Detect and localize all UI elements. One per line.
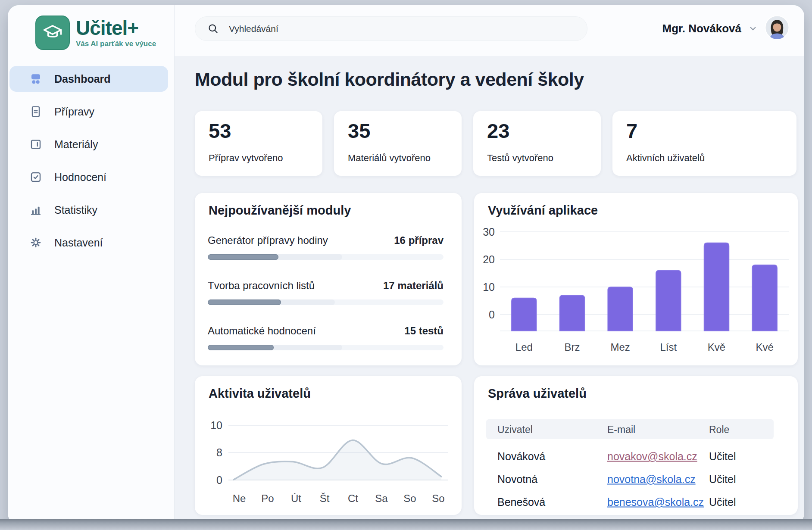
email-link[interactable]: novotna@skola.cz [607,473,696,485]
gear-icon [28,235,43,250]
progress-fill [208,345,274,350]
svg-text:Kvě: Kvě [708,341,725,353]
svg-text:So: So [403,493,416,504]
sidebar-item-label: Nastavení [54,237,103,249]
svg-text:Ct: Ct [348,493,358,504]
user-role-cell: Učitel [709,473,736,486]
sidebar: Učitel+ Vás AI parťák ve výuce Dashboard… [8,5,175,524]
search-input[interactable] [228,17,566,41]
stat-value: 7 [626,119,637,143]
svg-text:20: 20 [483,253,495,265]
app-window: Učitel+ Vás AI parťák ve výuce Dashboard… [8,5,804,524]
svg-text:Sa: Sa [375,493,388,504]
users-card-title: Správa uživatelů [488,387,587,401]
svg-text:8: 8 [216,446,222,458]
sidebar-item-label: Materiály [54,138,98,151]
user-email-cell: novakov@skola.cz [607,450,697,463]
module-row: Tvorba pracovních listů17 materiálů [208,280,443,310]
user-role-cell: Učitel [709,496,736,508]
user-name-cell: Benešová [497,496,545,508]
page-title: Modul pro školní koordinátory a vedení š… [195,69,584,90]
user-email-cell: benesova@skola.cz [607,496,704,508]
email-link[interactable]: novakov@skola.cz [607,450,697,462]
svg-text:30: 30 [483,226,495,238]
stat-label: Příprav vytvořeno [209,153,283,164]
dashboard-icon [28,72,43,86]
module-value: 16 příprav [394,234,443,246]
svg-text:0: 0 [489,309,495,321]
user-role-cell: Učitel [709,450,736,463]
app-name: Učitel+ [76,18,156,38]
sidebar-item-label: Statistiky [54,204,97,216]
user-name-cell: Nováková [497,450,545,463]
svg-text:Ne: Ne [233,493,246,504]
progress-track [208,345,443,350]
sidebar-item-dashboard[interactable]: Dashboard [9,66,168,92]
svg-text:Št: Št [320,493,330,504]
avatar[interactable] [765,15,790,42]
user-name: Mgr. Nováková [662,22,741,35]
sidebar-item-label: Dashboard [54,73,111,85]
bar-chart-icon [28,203,43,217]
progress-track [208,254,443,260]
module-label: Generátor přípravy hodiny [208,234,328,246]
modules-card-title: Nejpoužívanější moduly [209,203,351,218]
sidebar-item-label: Hodnocení [54,171,106,184]
document-icon [28,104,43,119]
progress-fill [208,299,281,305]
stat-card: 23Testů vytvořeno [473,111,601,176]
svg-text:0: 0 [216,474,222,486]
progress-fill [208,254,278,260]
stat-value: 23 [487,119,509,143]
sidebar-item-hodnoceni[interactable]: Hodnocení [9,164,168,190]
stat-label: Materiálů vytvořeno [348,153,431,164]
users-card: Správa uživatelů UzivatelE-mailRole Nová… [474,376,798,515]
stat-value: 35 [348,119,370,143]
column-header: E-mail [607,424,635,436]
window-bottom-bar [0,519,812,530]
module-value: 15 testů [404,325,443,337]
column-header: Uzivatel [497,424,533,436]
modules-card: Nejpoužívanější moduly Generátor příprav… [195,193,462,365]
app-tagline: Vás AI parťák ve výuce [76,40,156,48]
svg-text:Po: Po [261,493,274,504]
search-bar [195,16,587,41]
module-row: Automatické hodnocení15 testů [208,325,443,355]
sidebar-item-pripravy[interactable]: Přípravy [9,99,168,125]
progress-track [208,299,443,305]
svg-text:10: 10 [483,281,495,293]
sidebar-item-statistiky[interactable]: Statistiky [9,197,168,223]
svg-text:Led: Led [515,341,533,353]
user-name-cell: Novotná [497,473,537,486]
stat-cards-row: 53Příprav vytvořeno35Materiálů vytvořeno… [195,111,798,176]
activity-line-chart-card: Aktivita uživatelů 0810NePoÚtŠtCtSaSoSo [195,376,462,515]
svg-text:Út: Út [291,493,301,504]
module-row: Generátor přípravy hodiny16 příprav [208,234,443,265]
sidebar-item-label: Přípravy [54,106,94,118]
chevron-down-icon[interactable] [750,27,756,31]
module-value: 17 materiálů [383,280,443,292]
sidebar-item-materialy[interactable]: Materiály [9,131,168,157]
svg-text:Mez: Mez [610,341,630,353]
user-email-cell: novotna@skola.cz [607,473,696,486]
module-label: Tvorba pracovních listů [208,280,315,292]
stat-card: 35Materiálů vytvořeno [334,111,462,176]
module-label: Automatické hodnocení [208,325,316,337]
svg-text:So: So [432,493,444,504]
usage-bar-chart: 0102030LedBrzMezLístKvěKvé [474,193,798,365]
email-link[interactable]: benesova@skola.cz [607,496,704,508]
sidebar-item-nastaveni[interactable]: Nastavení [9,230,168,256]
sidebar-nav: DashboardPřípravyMateriályHodnoceníStati… [8,66,174,262]
usage-bar-chart-card: Využívání aplikace 0102030LedBrzMezLístK… [474,193,798,365]
svg-text:Líst: Líst [660,341,677,353]
table-header-row: UzivatelE-mailRole [486,419,774,439]
user-menu[interactable]: Mgr. Nováková [662,12,790,45]
stat-value: 53 [209,119,231,143]
stat-label: Aktivních uživatelů [626,153,705,164]
svg-text:Brz: Brz [565,341,580,353]
svg-text:Kvé: Kvé [756,341,773,353]
search-icon [207,23,219,34]
graduation-cap-icon [35,16,70,50]
materials-icon [28,137,43,152]
checkbox-icon [28,170,43,184]
